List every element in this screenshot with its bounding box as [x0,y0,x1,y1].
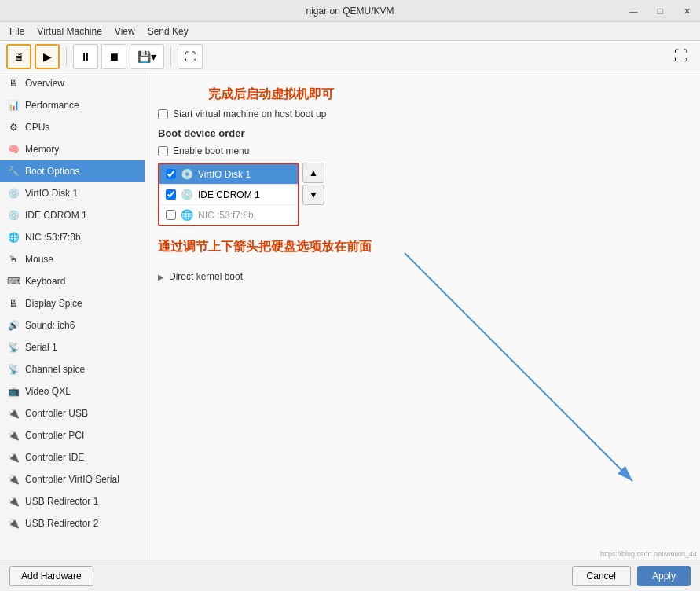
sidebar-item-performance[interactable]: 📊 Performance [0,94,145,116]
pause-button[interactable]: ⏸ [73,44,98,69]
boot-device-section: Boot device order Enable boot menu 💿 Vir… [158,127,687,226]
sidebar-item-channel-spice[interactable]: 📡 Channel spice [0,358,145,380]
direct-kernel-label: Direct kernel boot [169,271,243,282]
serial-icon: 📡 [6,340,20,354]
keyboard-icon: ⌨ [6,274,20,288]
sidebar-item-label: NIC :53:f7:8b [25,232,81,243]
sidebar-item-label: Performance [25,100,79,111]
virtio-disk-checkbox[interactable] [166,169,176,179]
sidebar-item-controller-usb[interactable]: 🔌 Controller USB [0,402,145,424]
minimize-btn[interactable]: — [620,0,647,22]
nic-icon: 🌐 [6,230,20,244]
sidebar-item-label: Controller VirtIO Serial [25,474,119,485]
sidebar-item-label: Boot Options [25,166,79,177]
sidebar-item-memory[interactable]: 🧠 Memory [0,138,145,160]
sidebar-item-sound[interactable]: 🔊 Sound: ich6 [0,314,145,336]
sidebar-item-usb-redirector-1[interactable]: 🔌 USB Redirector 1 [0,490,145,512]
title-bar: nigar on QEMU/KVM — □ ✕ [0,0,700,22]
sidebar-item-label: Video QXL [25,386,71,397]
auto-start-checkbox[interactable] [158,109,168,119]
sidebar-item-label: USB Redirector 1 [25,496,98,507]
sound-icon: 🔊 [6,318,20,332]
sidebar-item-label: Serial 1 [25,342,57,353]
move-up-button[interactable]: ▲ [302,163,324,183]
snapshot-dropdown[interactable]: 💾▾ [130,44,164,69]
sidebar-item-serial[interactable]: 📡 Serial 1 [0,336,145,358]
sidebar-item-ide-cdrom[interactable]: 💿 IDE CDROM 1 [0,204,145,226]
boot-device-order-title: Boot device order [158,127,687,139]
boot-device-row-cdrom[interactable]: 💿 IDE CDROM 1 [159,185,298,205]
menu-view[interactable]: View [108,24,141,39]
url-hint: https://blog.csdn.net/weixin_44 [600,550,697,558]
menu-virtual-machine[interactable]: Virtual Machine [31,24,108,39]
sidebar-item-label: Overview [25,78,64,89]
sidebar-item-label: Keyboard [25,276,65,287]
sidebar-item-label: IDE CDROM 1 [25,210,87,221]
fullscreen-right-btn[interactable]: ⛶ [669,44,694,69]
nic-checkbox[interactable] [166,210,176,220]
fullscreen-button[interactable]: ⛶ [178,44,203,69]
move-down-button[interactable]: ▼ [302,185,324,205]
expander-arrow-icon: ▶ [158,273,164,281]
toolbar-separator [66,47,67,66]
svg-line-1 [405,253,632,481]
boot-device-row-virtio[interactable]: 💿 VirtIO Disk 1 [159,164,298,185]
sidebar-item-controller-ide[interactable]: 🔌 Controller IDE [0,446,145,468]
video-qxl-icon: 📺 [6,384,20,398]
sidebar-item-display-spice[interactable]: 🖥 Display Spice [0,292,145,314]
close-btn[interactable]: ✕ [673,0,700,22]
virtio-disk-label: VirtIO Disk 1 [198,169,251,180]
toolbar-spacer: ⛶ [669,44,694,69]
play-button[interactable]: ▶ [35,44,60,69]
sidebar-item-label: CPUs [25,122,49,133]
sidebar-item-usb-redirector-2[interactable]: 🔌 USB Redirector 2 [0,512,145,534]
enable-boot-menu-checkbox[interactable] [158,146,168,156]
auto-start-label: Start virtual machine on host boot up [173,108,326,119]
boot-device-list: 💿 VirtIO Disk 1 💿 IDE CDROM 1 🌐 NIC :53:… [158,163,299,226]
sidebar-item-label: Display Spice [25,298,82,309]
annotation-1: 完成后启动虚拟机即可 [208,86,334,103]
boot-device-row-nic[interactable]: 🌐 NIC :53:f7:8b [159,205,298,225]
sidebar-item-controller-virtio-serial[interactable]: 🔌 Controller VirtIO Serial [0,468,145,490]
ide-cdrom-checkbox[interactable] [166,189,176,200]
sidebar-item-cpus[interactable]: ⚙ CPUs [0,116,145,138]
content-area: 完成后启动虚拟机即可 Start virtual machine on host… [145,72,700,560]
sidebar-item-virtio-disk[interactable]: 💿 VirtIO Disk 1 [0,182,145,204]
stop-button[interactable]: ⏹ [101,44,126,69]
monitor-button[interactable]: 🖥 [6,44,31,69]
toolbar: 🖥 ▶ ⏸ ⏹ 💾▾ ⛶ ⛶ [0,41,700,72]
annotation-2: 通过调节上下箭头把硬盘选项放在前面 [158,239,687,255]
direct-kernel-expander[interactable]: ▶ Direct kernel boot [158,271,687,282]
direct-kernel-section: ▶ Direct kernel boot [158,271,687,282]
sidebar-item-nic[interactable]: 🌐 NIC :53:f7:8b [0,226,145,248]
cancel-button[interactable]: Cancel [572,566,631,586]
display-spice-icon: 🖥 [6,296,20,310]
sidebar-item-label: Sound: ich6 [25,320,75,331]
sidebar-item-overview[interactable]: 🖥 Overview [0,72,145,94]
usb-redirector-2-icon: 🔌 [6,516,20,530]
sidebar-item-label: Controller PCI [25,430,84,441]
controller-pci-icon: 🔌 [6,428,20,442]
sidebar-item-keyboard[interactable]: ⌨ Keyboard [0,270,145,292]
ide-cdrom-icon: 💿 [6,208,20,222]
virtio-disk-icon: 💿 [6,186,20,200]
sidebar-item-mouse[interactable]: 🖱 Mouse [0,248,145,270]
menu-send-key[interactable]: Send Key [141,24,195,39]
sidebar-item-label: VirtIO Disk 1 [25,188,78,199]
nic-label: NIC :53:f7:8b [198,210,254,221]
apply-button[interactable]: Apply [637,566,691,586]
sidebar-item-label: Mouse [25,254,53,265]
title-bar-controls: — □ ✕ [620,0,700,22]
menu-bar: File Virtual Machine View Send Key [0,22,700,41]
overview-icon: 🖥 [6,76,20,90]
sidebar-item-label: USB Redirector 2 [25,518,98,529]
add-hardware-btn[interactable]: Add Hardware [9,566,93,586]
performance-icon: 📊 [6,98,20,112]
sidebar-item-video-qxl[interactable]: 📺 Video QXL [0,380,145,402]
menu-file[interactable]: File [3,24,31,39]
sidebar-item-controller-pci[interactable]: 🔌 Controller PCI [0,424,145,446]
controller-virtio-serial-icon: 🔌 [6,472,20,486]
maximize-btn[interactable]: □ [647,0,673,22]
sidebar-item-boot-options[interactable]: 🔧 Boot Options [0,160,145,182]
cpus-icon: ⚙ [6,120,20,134]
